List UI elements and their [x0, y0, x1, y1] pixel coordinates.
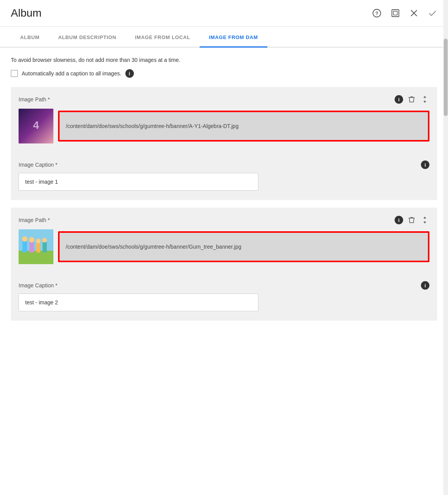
caption-section-1: Image Caption * i	[11, 153, 437, 200]
tab-bar: ALBUM ALBUM DESCRIPTION IMAGE FROM LOCAL…	[0, 28, 448, 48]
main-content: To avoid browser slowness, do not add mo…	[0, 48, 448, 330]
close-icon[interactable]	[409, 9, 419, 18]
confirm-icon[interactable]	[428, 9, 437, 18]
image-card-2: Image Path * i	[11, 208, 437, 273]
expand-icon[interactable]	[391, 9, 400, 18]
card-divider	[11, 200, 437, 208]
tab-image-from-local[interactable]: IMAGE FROM LOCAL	[126, 28, 200, 48]
auto-caption-row: Automatically add a caption to all image…	[11, 69, 437, 78]
field-actions-1: i	[395, 95, 429, 104]
image-path-label-1: Image Path *	[19, 96, 50, 102]
svg-rect-14	[22, 241, 27, 253]
warning-text: To avoid browser slowness, do not add mo…	[11, 57, 437, 63]
auto-caption-label: Automatically add a caption to all image…	[22, 70, 121, 77]
svg-rect-13	[19, 251, 53, 264]
tab-image-from-dam[interactable]: IMAGE FROM DAM	[200, 28, 267, 48]
svg-rect-20	[43, 242, 47, 253]
delete-icon-2[interactable]	[407, 215, 416, 225]
image-path-row-2: /content/dam/doe/sws/schools/g/gumtree-h…	[19, 229, 429, 264]
tab-album-description[interactable]: ALBUM DESCRIPTION	[49, 28, 125, 48]
reorder-icon-2[interactable]	[420, 215, 429, 225]
image-thumbnail-2	[19, 229, 53, 264]
caption-label-1: Image Caption *	[19, 162, 57, 168]
caption-input-2[interactable]	[19, 294, 258, 311]
scrollbar-track	[443, 0, 448, 495]
caption-label-2: Image Caption *	[19, 282, 57, 288]
caption-input-1[interactable]	[19, 173, 258, 191]
image-thumbnail-1: 4	[19, 109, 53, 143]
app-header: Album ?	[0, 0, 448, 27]
auto-caption-info-icon[interactable]: i	[125, 69, 134, 78]
image-path-row-1: 4 /content/dam/doe/sws/schools/g/gumtree…	[19, 109, 429, 143]
image-path-header-1: Image Path * i	[19, 95, 429, 104]
page-title: Album	[11, 7, 372, 19]
svg-rect-2	[392, 10, 399, 17]
svg-point-17	[29, 237, 34, 242]
field-actions-2: i	[395, 215, 429, 225]
auto-caption-checkbox[interactable]	[11, 70, 18, 77]
delete-icon-1[interactable]	[407, 95, 416, 104]
caption-info-icon-1[interactable]: i	[421, 160, 429, 169]
image-card-1: Image Path * i	[11, 87, 437, 153]
caption-info-icon-2[interactable]: i	[421, 281, 429, 290]
svg-point-15	[22, 236, 27, 242]
tab-album[interactable]: ALBUM	[11, 28, 49, 48]
image-path-value-2: /content/dam/doe/sws/schools/g/gumtree-h…	[58, 231, 429, 262]
reorder-icon-1[interactable]	[420, 95, 429, 104]
image-path-info-icon-1[interactable]: i	[395, 95, 403, 104]
caption-section-2: Image Caption * i	[11, 273, 437, 321]
svg-point-19	[36, 239, 41, 243]
image-path-header-2: Image Path * i	[19, 215, 429, 225]
svg-text:4: 4	[33, 119, 39, 131]
svg-rect-3	[393, 11, 397, 15]
svg-text:?: ?	[375, 10, 378, 16]
scrollbar-thumb[interactable]	[444, 39, 448, 116]
image-path-value-1: /content/dam/doe/sws/schools/g/gumtree-h…	[58, 111, 429, 142]
svg-rect-16	[29, 242, 34, 253]
caption-field-header-2: Image Caption * i	[19, 273, 429, 290]
svg-rect-18	[36, 243, 40, 253]
image-path-info-icon-2[interactable]: i	[395, 216, 403, 224]
caption-field-header-1: Image Caption * i	[19, 153, 429, 169]
help-icon[interactable]: ?	[372, 9, 381, 18]
image-path-label-2: Image Path *	[19, 217, 50, 223]
header-actions: ?	[372, 9, 437, 18]
svg-point-21	[42, 238, 47, 242]
